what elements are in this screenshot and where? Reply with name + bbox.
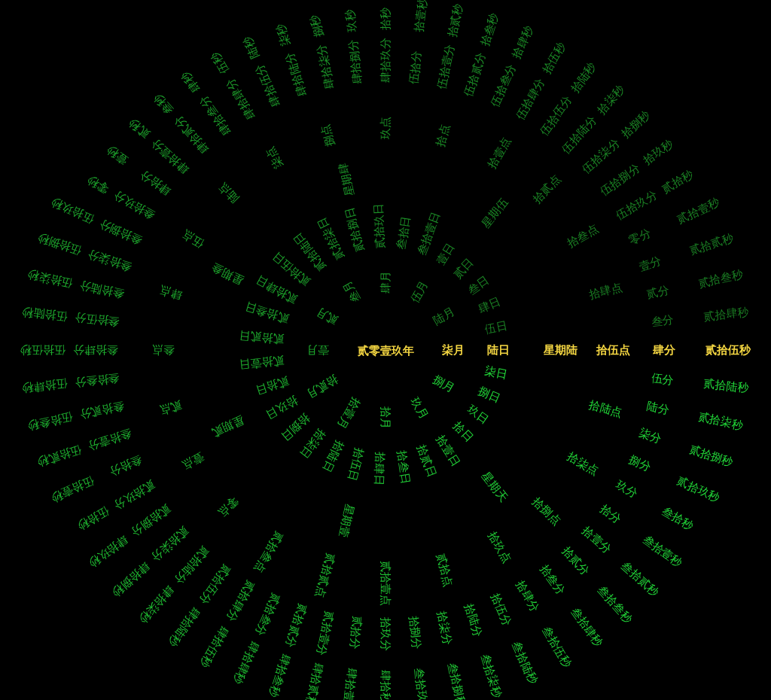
minute-slot: 拾玖分: [379, 617, 391, 651]
day-slot: 拾贰日: [415, 443, 437, 479]
second-slot: 肆拾秒: [379, 670, 391, 700]
minute-slot: 贰拾壹分: [315, 610, 335, 657]
minute-slot: 肆拾柒分: [315, 43, 336, 90]
weekday-slot: 星期肆: [337, 162, 356, 197]
minute-slot: 柒分: [638, 428, 663, 446]
minute-slot: 肆拾陆分: [284, 51, 309, 98]
minute-slot: 伍拾陆分: [560, 114, 599, 156]
second-slot: 叁拾玖秒: [413, 668, 428, 700]
hour-slot: 叁点: [152, 344, 175, 355]
day-slot: 贰拾贰日: [239, 329, 285, 345]
second-slot: 叁拾贰秒: [619, 560, 660, 598]
second-slot: 玖秒: [344, 9, 358, 32]
minute-slot: 肆拾捌分: [348, 38, 364, 84]
hour-slot: 贰拾叁点: [252, 529, 285, 574]
hour-slot: 贰拾壹点: [379, 561, 391, 606]
minute-slot: 叁拾伍分: [75, 312, 120, 327]
minute-slot: 伍拾柒分: [581, 137, 622, 175]
hour-slot: 贰拾点: [434, 552, 454, 588]
second-slot: 贰拾伍秒: [705, 345, 751, 356]
day-slot: 壹日: [434, 242, 456, 266]
minute-slot: 拾壹分: [580, 525, 612, 555]
second-slot: 拾捌秒: [620, 109, 652, 140]
minute-slot: 叁拾贰分: [78, 400, 125, 420]
day-slot: 拾陆日: [321, 439, 346, 474]
hour-slot: 拾柒点: [565, 451, 599, 477]
day-slot: 贰拾柒日: [316, 215, 346, 260]
hour-slot: 陆点: [217, 181, 241, 205]
day-slot: 拾柒日: [297, 427, 327, 461]
second-slot: 拾肆秒: [510, 25, 535, 60]
second-slot: 拾秒: [380, 8, 392, 30]
minute-slot: 拾陆分: [462, 602, 483, 638]
minute-slot: 叁拾陆分: [79, 279, 126, 300]
month-slot: 叁月: [341, 278, 362, 303]
weekday-slot: 星期叁: [210, 261, 245, 286]
minute-slot: 叁拾叁分: [74, 372, 120, 388]
weekday-slot: 星期天: [480, 470, 510, 504]
hour-slot: 拾贰点: [531, 173, 562, 205]
second-slot: 叁秒: [152, 92, 175, 116]
minute-slot: 叁分: [651, 315, 674, 328]
second-slot: 肆拾捌秒: [110, 559, 151, 598]
hour-slot: 捌点: [320, 123, 337, 148]
minute-slot: 叁拾捌分: [98, 218, 144, 246]
minute-slot: 陆分: [646, 400, 670, 416]
second-slot: 贰拾贰秒: [688, 232, 735, 257]
minute-slot: 贰分: [646, 285, 670, 300]
minute-slot: 贰拾贰分: [283, 602, 308, 649]
second-slot: 伍拾秒: [76, 505, 111, 531]
minute-slot: 伍拾捌分: [599, 162, 641, 197]
second-slot: 拾贰秒: [447, 3, 465, 38]
minute-slot: 拾捌分: [407, 615, 422, 650]
minute-slot: 叁拾分: [108, 453, 143, 477]
hour-slot: 肆点: [159, 284, 184, 300]
second-slot: 伍拾壹秒: [50, 475, 96, 504]
second-slot: 叁拾肆秒: [568, 606, 604, 649]
hour-slot: 伍点: [181, 228, 206, 249]
second-slot: 贰拾陆秒: [703, 378, 749, 394]
year-label: 贰零壹玖年: [358, 344, 414, 358]
minute-slot: 零分: [627, 227, 653, 247]
minute-slot: 贰拾陆分: [172, 544, 210, 586]
day-slot: 贰拾玖日: [373, 203, 386, 249]
hour-slot: 拾玖点: [486, 530, 512, 565]
second-slot: 肆拾叁秒: [267, 653, 292, 699]
hour-slot: 拾肆点: [588, 282, 623, 301]
day-slot: 贰拾壹日: [239, 355, 285, 370]
day-slot: 贰拾日: [254, 375, 290, 396]
second-slot: 肆拾陆秒: [166, 605, 201, 648]
minute-slot: 伍拾玖分: [614, 189, 659, 221]
day-slot: 拾肆日: [373, 451, 386, 485]
second-slot: 伍拾玖秒: [50, 196, 96, 224]
second-slot: 拾玖秒: [641, 138, 675, 167]
month-slot: 拾壹月: [335, 396, 361, 431]
month-slot: 贰月: [315, 306, 340, 327]
minute-slot: 肆拾分: [139, 168, 172, 197]
second-slot: 伍拾贰秒: [36, 443, 83, 468]
month-slot: 捌月: [431, 373, 456, 394]
second-slot: 贰拾叁秒: [697, 269, 744, 289]
second-slot: 肆拾玖秒: [87, 533, 130, 568]
month-slot: 壹月: [306, 344, 329, 355]
hour-slot: 玖点: [380, 117, 392, 139]
second-slot: 拾叁秒: [480, 12, 501, 47]
hour-slot: 拾壹点: [486, 135, 513, 170]
day-slot: 捌日: [477, 385, 501, 405]
second-slot: 贰拾秒: [660, 169, 695, 195]
second-slot: 肆拾肆秒: [231, 640, 260, 686]
day-slot: 叁日: [466, 275, 491, 297]
day-slot: 拾玖日: [264, 394, 300, 421]
second-slot: 拾壹秒: [413, 0, 428, 32]
day-slot: 叁拾壹日: [416, 211, 442, 257]
hour-slot: 拾伍点: [596, 345, 630, 356]
minute-slot: 贰拾叁分: [253, 592, 282, 638]
minute-slot: 壹分: [638, 255, 663, 273]
hour-slot: 拾捌点: [530, 495, 562, 527]
minute-slot: 拾肆分: [514, 579, 541, 613]
minute-slot: 叁拾壹分: [87, 427, 133, 452]
second-slot: 伍拾陆秒: [22, 306, 68, 321]
second-slot: 伍拾肆秒: [22, 377, 68, 393]
minute-slot: 拾分: [598, 503, 623, 525]
minute-slot: 贰拾分: [348, 615, 363, 650]
